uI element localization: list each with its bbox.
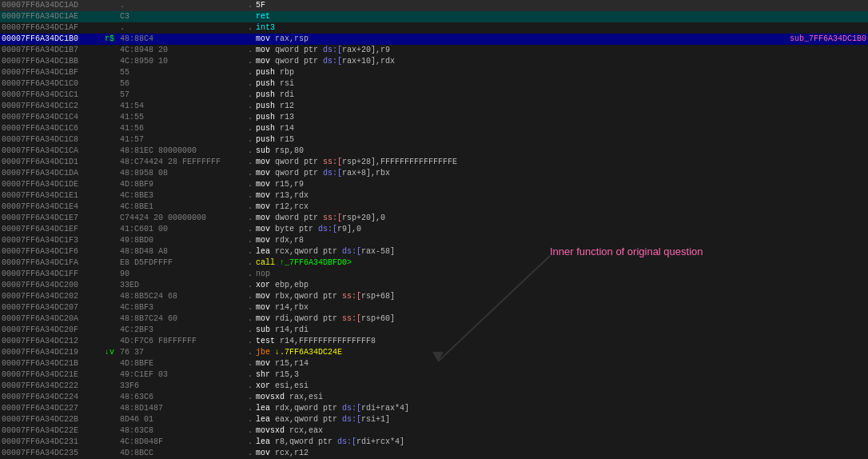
table-row[interactable]: 00007FF6A34DC20A48:8B7C24 60.mov rdi,qwo… (0, 313, 868, 325)
instr-cell: call ↑_7FF6A34DBFD0> (254, 257, 597, 269)
dot-cell: . (246, 381, 254, 392)
table-row[interactable]: 00007FF6A34DC2074C:8BF3.mov r14,rbx (0, 302, 868, 313)
table-row[interactable]: 00007FF6A34DC1AF..int3 (0, 22, 868, 34)
table-row[interactable]: 00007FF6A34DC22233F6.xor esi,esi (0, 381, 868, 392)
comment-cell (597, 392, 868, 403)
table-row[interactable]: 00007FF6A34DC1AD..5F (0, 0, 868, 11)
marker-cell (104, 134, 118, 146)
bytes-cell: 4D:F7C6 F8FFFFFF (118, 336, 246, 347)
bytes-cell: 55 (118, 67, 246, 78)
dot-cell: . (246, 179, 254, 190)
table-row[interactable]: 00007FF6A34DC20F4C:2BF3.sub r14,rdi (0, 325, 868, 336)
dot-cell: . (246, 257, 254, 269)
table-row[interactable]: 00007FF6A34DC1C441:55.push r13 (0, 112, 868, 123)
bytes-cell: 4C:8BF3 (118, 302, 246, 313)
comment-cell (597, 213, 868, 224)
comment-cell (597, 11, 868, 22)
dot-cell: . (246, 224, 254, 235)
table-row[interactable]: 00007FF6A34DC21B4D:8BFE.mov r15,r14 (0, 358, 868, 369)
table-row[interactable]: 00007FF6A34DC1BF55.push rbp (0, 67, 868, 78)
bytes-cell: 48:63C8 (118, 425, 246, 437)
comment-cell (597, 202, 868, 213)
table-row[interactable]: 00007FF6A34DC22448:63C6.movsxd rax,esi (0, 392, 868, 403)
marker-cell (104, 168, 118, 179)
bytes-cell: 48:81EC 80000000 (118, 146, 246, 157)
comment-cell (597, 112, 868, 123)
table-row[interactable]: 00007FF6A34DC22748:8D1487.lea rdx,qword … (0, 403, 868, 414)
addr-cell: 00007FF6A34DC1AD (0, 0, 104, 11)
table-row[interactable]: 00007FF6A34DC1FF90.nop (0, 269, 868, 280)
addr-cell: 00007FF6A34DC1D1 (0, 157, 104, 168)
marker-cell (104, 0, 118, 11)
table-row[interactable]: 00007FF6A34DC1F648:8D48 A8.lea rcx,qword… (0, 246, 868, 257)
dot-cell: . (246, 414, 254, 425)
marker-cell (104, 56, 118, 67)
addr-cell: 00007FF6A34DC1FF (0, 269, 104, 280)
table-row[interactable]: 00007FF6A34DC1C157.push rdi (0, 90, 868, 101)
table-row[interactable]: 00007FF6A34DC219↓v76 37.jbe ↓.7FF6A34DC2… (0, 347, 868, 358)
table-row[interactable]: 00007FF6A34DC1CA48:81EC 80000000.sub rsp… (0, 146, 868, 157)
table-row[interactable]: 00007FF6A34DC2314C:8D048F.lea r8,qword p… (0, 437, 868, 448)
comment-cell (597, 123, 868, 134)
table-row[interactable]: 00007FF6A34DC1FAE8 D5FDFFFF.call ↑_7FF6A… (0, 257, 868, 269)
table-row[interactable]: 00007FF6A34DC2124D:F7C6 F8FFFFFF.test r1… (0, 336, 868, 347)
table-row[interactable]: 00007FF6A34DC1DA48:8958 08.mov qword ptr… (0, 168, 868, 179)
addr-cell: 00007FF6A34DC231 (0, 437, 104, 448)
addr-cell: 00007FF6A34DC1AE (0, 11, 104, 22)
disasm-area[interactable]: 00007FF6A34DC1AD..5F00007FF6A34DC1AEC3re… (0, 0, 868, 459)
addr-cell: 00007FF6A34DC1C2 (0, 101, 104, 112)
table-row[interactable]: 00007FF6A34DC1F349:8BD0.mov rdx,r8 (0, 235, 868, 246)
dot-cell: . (246, 101, 254, 112)
table-row[interactable]: 00007FF6A34DC1BB4C:8950 10.mov qword ptr… (0, 56, 868, 67)
comment-cell (597, 157, 868, 168)
table-row[interactable]: 00007FF6A34DC22E48:63C8.movsxd rcx,eax (0, 425, 868, 437)
table-row[interactable]: 00007FF6A34DC20033ED.xor ebp,ebp (0, 280, 868, 291)
instr-cell: mov r14,rbx (254, 302, 597, 313)
instr-cell: lea rdx,qword ptr ds:[rdi+rax*4] (254, 403, 597, 414)
bytes-cell: 33F6 (118, 381, 246, 392)
dot-cell: . (246, 213, 254, 224)
table-row[interactable]: 00007FF6A34DC1DE4D:8BF9.mov r15,r9 (0, 179, 868, 190)
addr-cell: 00007FF6A34DC21B (0, 358, 104, 369)
table-row[interactable]: 00007FF6A34DC1C641:56.push r14 (0, 123, 868, 134)
dot-cell: . (246, 67, 254, 78)
table-row[interactable]: 00007FF6A34DC1C056.push rsi (0, 78, 868, 90)
bytes-cell: 41:56 (118, 123, 246, 134)
bytes-cell: 4D:8BFE (118, 358, 246, 369)
table-row[interactable]: 00007FF6A34DC21E49:C1EF 03.shr r15,3 (0, 369, 868, 381)
table-row[interactable]: 00007FF6A34DC2354D:8BCC.mov rcx,r12 (0, 448, 868, 459)
addr-cell: 00007FF6A34DC1C1 (0, 90, 104, 101)
table-row[interactable]: 00007FF6A34DC1AEC3ret (0, 11, 868, 22)
marker-cell (104, 90, 118, 101)
dot-cell: . (246, 78, 254, 90)
table-row[interactable]: 00007FF6A34DC1EF41:C601 00.mov byte ptr … (0, 224, 868, 235)
instr-cell: mov rax,rsp (254, 34, 597, 45)
addr-cell: 00007FF6A34DC1E1 (0, 190, 104, 202)
addr-cell: 00007FF6A34DC1BF (0, 67, 104, 78)
disasm-table: 00007FF6A34DC1AD..5F00007FF6A34DC1AEC3re… (0, 0, 868, 459)
comment-cell (597, 358, 868, 369)
table-row[interactable]: 00007FF6A34DC1B0r$48:88C4mov rax,rspsub_… (0, 34, 868, 45)
table-row[interactable]: 00007FF6A34DC1E14C:8BE3.mov r13,rdx (0, 190, 868, 202)
comment-cell (597, 190, 868, 202)
disasm-body: 00007FF6A34DC1AD..5F00007FF6A34DC1AEC3re… (0, 0, 868, 459)
table-row[interactable]: 00007FF6A34DC1B74C:8948 20.mov qword ptr… (0, 45, 868, 56)
comment-cell (597, 369, 868, 381)
comment-cell (597, 313, 868, 325)
instr-cell: jbe ↓.7FF6A34DC24E (254, 347, 597, 358)
dot-cell: . (246, 190, 254, 202)
bytes-cell: 90 (118, 269, 246, 280)
table-row[interactable]: 00007FF6A34DC22B8D46 01.lea eax,qword pt… (0, 414, 868, 425)
marker-cell (104, 325, 118, 336)
bytes-cell: 4D:8BCC (118, 448, 246, 459)
table-row[interactable]: 00007FF6A34DC20248:8B5C24 68.mov rbx,qwo… (0, 291, 868, 302)
instr-cell: mov qword ptr ds:[rax+20],r9 (254, 45, 597, 56)
table-row[interactable]: 00007FF6A34DC1D148:C74424 28 FEFFFFFF.mo… (0, 157, 868, 168)
instr-cell: mov byte ptr ds:[r9],0 (254, 224, 597, 235)
instr-cell: lea r8,qword ptr ds:[rdi+rcx*4] (254, 437, 597, 448)
table-row[interactable]: 00007FF6A34DC1C241:54.push r12 (0, 101, 868, 112)
dot-cell: . (246, 157, 254, 168)
table-row[interactable]: 00007FF6A34DC1C841:57.push r15 (0, 134, 868, 146)
table-row[interactable]: 00007FF6A34DC1E7C74424 20 00000000.mov d… (0, 213, 868, 224)
table-row[interactable]: 00007FF6A34DC1E44C:8BE1.mov r12,rcx (0, 202, 868, 213)
